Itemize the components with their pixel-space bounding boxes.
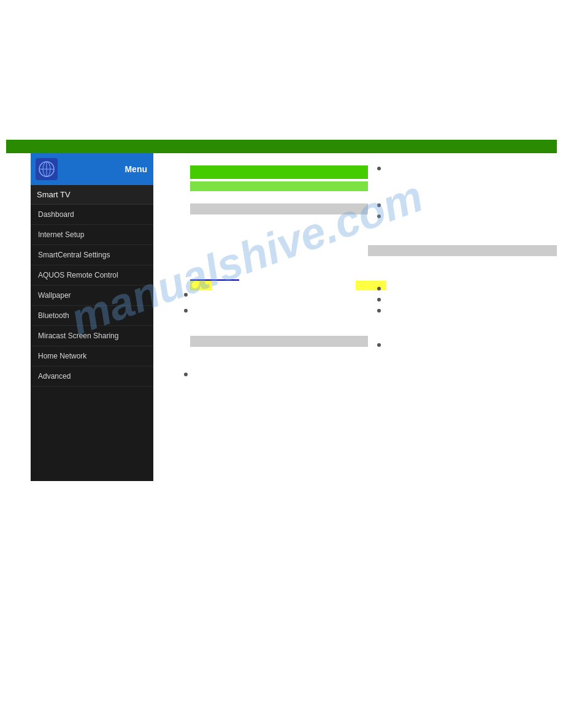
gray-bar-1 bbox=[190, 203, 368, 214]
smart-tv-title: Smart TV bbox=[31, 185, 153, 205]
sidebar-header: Menu bbox=[31, 153, 153, 185]
sidebar-menu-panel: Menu Smart TV Dashboard Internet Setup S… bbox=[31, 153, 153, 481]
bullet-5 bbox=[377, 298, 381, 301]
bullet-1 bbox=[377, 167, 381, 170]
sidebar-item-wallpaper[interactable]: Wallpaper bbox=[31, 286, 153, 306]
gray-bar-right bbox=[368, 245, 557, 256]
bullet-4 bbox=[377, 287, 381, 290]
sidebar-menu-list: Dashboard Internet Setup SmartCentral Se… bbox=[31, 205, 153, 387]
blue-link[interactable] bbox=[190, 273, 239, 281]
yellow-highlight-2 bbox=[356, 281, 386, 290]
sidebar-item-aquos-remote-control[interactable]: AQUOS Remote Control bbox=[31, 265, 153, 286]
sidebar-item-bluetooth[interactable]: Bluetooth bbox=[31, 306, 153, 326]
bullet-2 bbox=[377, 203, 381, 207]
sidebar-item-home-network[interactable]: Home Network bbox=[31, 346, 153, 366]
bullet-left-3 bbox=[184, 373, 188, 376]
sidebar-item-internet-setup[interactable]: Internet Setup bbox=[31, 225, 153, 245]
bullet-7 bbox=[377, 343, 381, 347]
bullet-6 bbox=[377, 309, 381, 313]
bullet-left-2 bbox=[184, 309, 188, 313]
green-bar-1 bbox=[190, 165, 368, 179]
gray-bar-2 bbox=[190, 336, 368, 347]
bullet-left-1 bbox=[184, 293, 188, 297]
top-green-bar bbox=[6, 140, 557, 153]
menu-label: Menu bbox=[124, 164, 147, 174]
yellow-highlight-1 bbox=[190, 281, 212, 290]
green-bar-2 bbox=[190, 181, 368, 191]
sidebar-item-advanced[interactable]: Advanced bbox=[31, 366, 153, 387]
sidebar-item-dashboard[interactable]: Dashboard bbox=[31, 205, 153, 225]
sidebar-item-smartcentral-settings[interactable]: SmartCentral Settings bbox=[31, 245, 153, 265]
content-area bbox=[159, 153, 557, 481]
smart-tv-icon bbox=[36, 158, 58, 180]
sidebar-item-miracast-screen-sharing[interactable]: Miracast Screen Sharing bbox=[31, 326, 153, 346]
bullet-3 bbox=[377, 214, 381, 218]
